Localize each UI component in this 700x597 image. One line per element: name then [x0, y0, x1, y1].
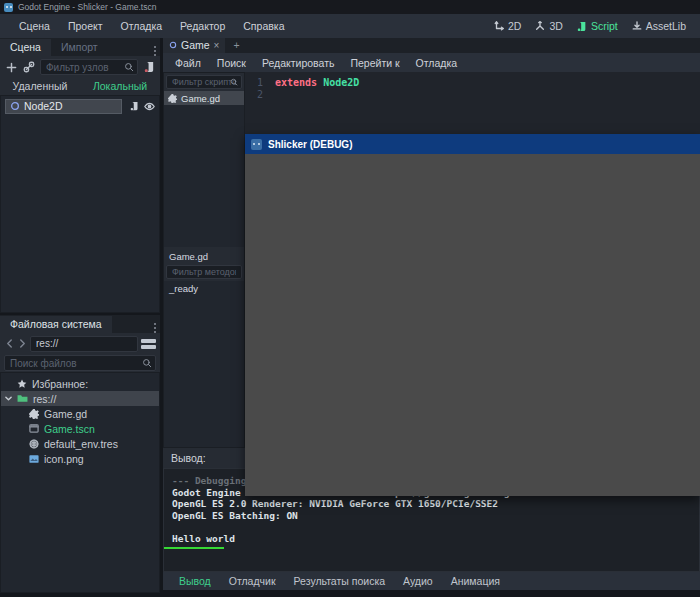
workspace-assetlib-button[interactable]: AssetLib [632, 20, 686, 32]
node-script-icon[interactable] [130, 101, 139, 111]
visibility-eye-icon[interactable] [144, 101, 155, 111]
game-debug-window[interactable]: Shlicker (DEBUG) [245, 134, 700, 496]
favorites-label: Избранное: [32, 378, 88, 390]
scene-tree-row-node2d[interactable]: Node2D [1, 98, 159, 114]
file-search-input[interactable] [4, 355, 156, 371]
scene-tab-bar: Game × + [163, 38, 700, 53]
scripts-filter [164, 73, 244, 91]
scene-dock: Сцена Импорт [0, 38, 160, 313]
fs-row-icon-png[interactable]: icon.png [1, 451, 159, 466]
output-line [172, 521, 691, 533]
output-line: Hello world [172, 533, 691, 545]
tab-import[interactable]: Импорт [51, 39, 108, 56]
workspace-2d-button[interactable]: 2D [494, 20, 521, 32]
game-window-titlebar[interactable]: Shlicker (DEBUG) [245, 134, 700, 154]
dock-options-icon[interactable] [150, 46, 160, 56]
output-label: Вывод: [171, 452, 206, 464]
node-label: Node2D [24, 100, 63, 112]
fs-row-default-env[interactable]: default_env.tres [1, 436, 159, 451]
search-icon [230, 78, 238, 86]
window-titlebar: Godot Engine - Shlicker - Game.tscn [0, 0, 700, 14]
chevron-down-icon[interactable] [5, 395, 12, 402]
node2d-selection[interactable]: Node2D [5, 99, 122, 114]
workspace-switcher: 2D 3D Script AssetLib [494, 20, 690, 32]
method-item-ready[interactable]: _ready [164, 281, 244, 295]
script-list[interactable]: Game.gd [164, 91, 244, 249]
code-line-2: 2 [245, 89, 700, 101]
tab-filesystem[interactable]: Файловая система [0, 316, 112, 333]
nav-back-icon[interactable] [4, 339, 14, 348]
bottom-strip [163, 590, 700, 597]
new-scene-tab-button[interactable]: + [227, 39, 245, 53]
output-caret-line [164, 547, 224, 549]
left-dock: Сцена Импорт [0, 38, 160, 597]
filesystem-nav [0, 333, 160, 354]
star-icon [17, 379, 27, 389]
current-path-input[interactable] [30, 336, 138, 352]
method-list[interactable]: _ready [164, 281, 244, 447]
node2d-icon [10, 101, 20, 111]
workspace-3d-button[interactable]: 3D [535, 20, 562, 32]
workspace-script-button[interactable]: Script [577, 20, 618, 32]
attach-script-button[interactable] [142, 60, 156, 74]
file-label: Game.tscn [44, 423, 95, 435]
script-menu-goto[interactable]: Перейти к [342, 57, 407, 69]
tab-scene[interactable]: Сцена [0, 39, 51, 56]
gdscript-file-icon [168, 94, 177, 103]
bottom-tab-debugger[interactable]: Отладчик [221, 575, 284, 587]
gdscript-file-icon [29, 409, 39, 419]
file-search [0, 354, 160, 372]
output-line: OpenGL ES Batching: ON [172, 510, 691, 522]
script-menu-file[interactable]: Файл [167, 57, 209, 69]
script-menu-search[interactable]: Поиск [209, 57, 254, 69]
menu-scene[interactable]: Сцена [10, 20, 59, 32]
file-tree[interactable]: Избранное: res:// Game.gd [0, 372, 160, 593]
favorites-row[interactable]: Избранное: [1, 376, 159, 391]
scene-mode-switch: Удаленный Локальный [0, 78, 160, 95]
script-editor-menubar: Файл Поиск Редактировать Перейти к Отлад… [163, 53, 700, 72]
script-editor-body: Game.gd Game.gd _ready 1 extends [163, 72, 700, 448]
code-keyword: extends [275, 77, 317, 89]
file-label: icon.png [44, 453, 84, 465]
file-label: Game.gd [44, 408, 87, 420]
bottom-panel-tabs: Вывод Отладчик Результаты поиска Аудио А… [163, 572, 700, 590]
menu-project[interactable]: Проект [59, 20, 112, 32]
add-node-button[interactable] [4, 60, 18, 74]
workspace-2d-label: 2D [508, 20, 521, 32]
script-list-item-game-gd[interactable]: Game.gd [164, 91, 244, 105]
nav-forward-icon[interactable] [17, 339, 27, 348]
close-icon[interactable]: × [214, 40, 220, 51]
menu-debug[interactable]: Отладка [112, 20, 172, 32]
scene-tab-game[interactable]: Game × [163, 38, 225, 53]
line-number: 1 [245, 77, 275, 89]
fs-row-res-root[interactable]: res:// [1, 391, 159, 406]
bottom-tab-search-results[interactable]: Результаты поиска [286, 575, 394, 587]
methods-filter-input[interactable] [166, 265, 242, 279]
current-script-path: Game.gd [164, 249, 244, 263]
node2d-icon [169, 41, 177, 49]
split-mode-icon[interactable] [141, 337, 156, 351]
2d-axes-icon [494, 21, 504, 31]
bottom-tab-animation[interactable]: Анимация [443, 575, 508, 587]
dock-options-icon[interactable] [150, 323, 160, 333]
script-sidebar: Game.gd Game.gd _ready [163, 72, 245, 448]
node-filter [40, 59, 138, 75]
script-icon [577, 21, 587, 32]
remote-mode-button[interactable]: Удаленный [0, 78, 80, 95]
local-mode-button[interactable]: Локальный [80, 78, 160, 95]
workspace-3d-label: 3D [549, 20, 562, 32]
script-name: Game.gd [181, 93, 220, 104]
menu-help[interactable]: Справка [234, 20, 293, 32]
scene-tree[interactable]: Node2D [0, 95, 160, 313]
search-icon [124, 62, 134, 72]
node-row-buttons [125, 101, 155, 111]
script-menu-edit[interactable]: Редактировать [254, 57, 343, 69]
menu-editor[interactable]: Редактор [171, 20, 234, 32]
game-viewport[interactable] [245, 154, 700, 496]
fs-row-game-gd[interactable]: Game.gd [1, 406, 159, 421]
bottom-tab-audio[interactable]: Аудио [395, 575, 441, 587]
bottom-tab-output[interactable]: Вывод [171, 575, 219, 587]
fs-row-game-tscn[interactable]: Game.tscn [1, 421, 159, 436]
instance-scene-button[interactable] [22, 60, 36, 74]
script-menu-debug[interactable]: Отладка [408, 57, 466, 69]
